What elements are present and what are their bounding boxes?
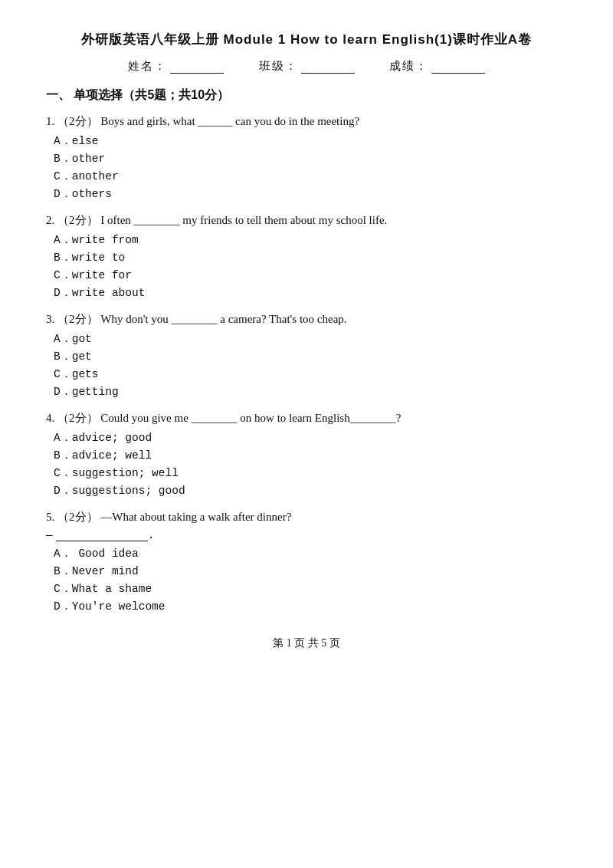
question-4-option-a[interactable]: A．advice; good — [54, 430, 567, 445]
question-5-text: 5. （2分） —What about taking a walk after … — [46, 510, 567, 524]
question-3: 3. （2分） Why don't you ________ a camera?… — [46, 312, 567, 399]
section1-title: 一、 单项选择（共5题；共10分） — [46, 87, 567, 104]
question-2-option-a[interactable]: A．write from — [54, 232, 567, 247]
question-5-response: —. — [46, 529, 567, 541]
question-5-option-d[interactable]: D．You're welcome — [54, 599, 567, 613]
question-3-text: 3. （2分） Why don't you ________ a camera?… — [46, 312, 567, 327]
question-2-option-d[interactable]: D．write about — [54, 285, 567, 300]
question-4-option-c[interactable]: C．suggestion; well — [54, 465, 567, 480]
question-5-option-b[interactable]: B．Never mind — [54, 564, 567, 578]
question-2-text: 2. （2分） I often ________ my friends to t… — [46, 213, 567, 228]
question-4-text: 4. （2分） Could you give me ________ on ho… — [46, 411, 567, 426]
question-5-option-c[interactable]: C．What a shame — [54, 581, 567, 596]
question-3-option-c[interactable]: C．gets — [54, 367, 567, 381]
question-5-option-a[interactable]: A． Good idea — [54, 546, 567, 561]
question-3-option-d[interactable]: D．getting — [54, 384, 567, 399]
question-5: 5. （2分） —What about taking a walk after … — [46, 510, 567, 613]
name-label: 姓名： — [128, 60, 167, 72]
question-3-option-a[interactable]: A．got — [54, 331, 567, 346]
question-4-option-b[interactable]: B．advice; well — [54, 448, 567, 462]
info-row: 姓名： 班级： 成绩： — [46, 59, 567, 74]
question-1-text: 1. （2分） Boys and girls, what ______ can … — [46, 114, 567, 129]
question-4: 4. （2分） Could you give me ________ on ho… — [46, 411, 567, 498]
question-1-option-c[interactable]: C．another — [54, 169, 567, 183]
class-label: 班级： — [259, 60, 298, 72]
question-2: 2. （2分） I often ________ my friends to t… — [46, 213, 567, 300]
question-1-option-a[interactable]: A．else — [54, 133, 567, 148]
question-3-option-b[interactable]: B．get — [54, 349, 567, 363]
page-title: 外研版英语八年级上册 Module 1 How to learn English… — [46, 31, 567, 48]
question-4-option-d[interactable]: D．suggestions; good — [54, 483, 567, 498]
question-1: 1. （2分） Boys and girls, what ______ can … — [46, 114, 567, 201]
question-2-option-b[interactable]: B．write to — [54, 250, 567, 265]
score-label: 成绩： — [389, 60, 428, 72]
question-1-option-b[interactable]: B．other — [54, 151, 567, 166]
question-2-option-c[interactable]: C．write for — [54, 268, 567, 282]
page-footer: 第 1 页 共 5 页 — [46, 636, 567, 650]
question-1-option-d[interactable]: D．others — [54, 186, 567, 201]
